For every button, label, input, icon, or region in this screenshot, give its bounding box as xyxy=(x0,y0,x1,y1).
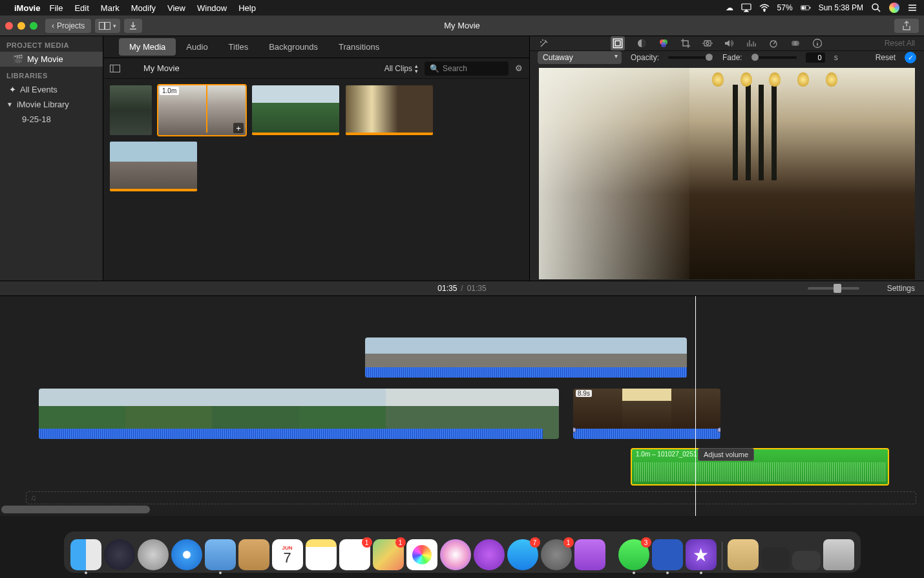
color-correction-icon[interactable] xyxy=(658,38,669,48)
downloads-icon[interactable] xyxy=(728,539,759,570)
menubar-clock[interactable]: Sun 5:38 PM xyxy=(819,3,863,12)
siri-icon[interactable] xyxy=(889,3,899,13)
add-to-timeline-icon[interactable]: + xyxy=(233,123,244,133)
dock-folder[interactable] xyxy=(792,551,821,570)
sidebar-event[interactable]: 9-25-18 xyxy=(0,112,103,127)
overlay-controls: Cutaway Opacity: Fade: 0 s Reset ✓ xyxy=(530,51,924,64)
clips-filter-dropdown[interactable]: All Clips ▴▾ xyxy=(384,63,418,74)
media-clip[interactable] xyxy=(110,85,152,135)
safari-icon[interactable] xyxy=(171,539,202,570)
close-button[interactable] xyxy=(5,22,13,30)
zoom-slider[interactable] xyxy=(808,287,859,290)
speed-icon[interactable] xyxy=(768,38,779,48)
minimize-button[interactable] xyxy=(17,22,25,30)
sidebar-project-label: My Movie xyxy=(27,54,63,64)
appstore-icon[interactable]: 7 xyxy=(507,539,538,570)
menu-help[interactable]: Help xyxy=(238,3,256,13)
reset-all-button[interactable]: Reset All xyxy=(885,39,915,48)
tab-titles[interactable]: Titles xyxy=(218,38,259,56)
contacts-icon[interactable] xyxy=(238,539,269,570)
search-field[interactable]: 🔍 Search xyxy=(425,61,509,76)
menu-edit[interactable]: Edit xyxy=(74,3,89,13)
sidebar-toggle-icon[interactable] xyxy=(110,65,120,72)
audio-clip[interactable]: 1.0m – 101027_0251 xyxy=(631,448,889,486)
tab-audio[interactable]: Audio xyxy=(176,38,218,56)
auto-enhance-icon[interactable] xyxy=(539,38,549,48)
projects-back-button[interactable]: ‹ Projects xyxy=(45,19,91,33)
podcasts-icon[interactable] xyxy=(474,539,505,570)
zoom-button[interactable] xyxy=(30,22,37,30)
disclosure-triangle-icon[interactable]: ▼ xyxy=(6,101,13,108)
messages-icon[interactable]: 3 xyxy=(618,539,649,570)
battery-icon[interactable] xyxy=(801,3,811,13)
color-balance-icon[interactable] xyxy=(636,38,647,48)
tab-my-media[interactable]: My Media xyxy=(119,38,176,56)
info-icon[interactable] xyxy=(812,38,823,48)
fade-value[interactable]: 0 xyxy=(806,52,825,63)
timeline-clip[interactable] xyxy=(39,389,559,439)
opacity-slider[interactable] xyxy=(668,56,713,59)
imovie-app-icon[interactable]: ★ xyxy=(686,539,717,570)
spotlight-icon[interactable] xyxy=(871,3,881,13)
launchpad-icon[interactable] xyxy=(138,539,169,570)
overlay-mode-select[interactable]: Cutaway xyxy=(538,51,622,64)
fade-unit: s xyxy=(834,53,838,62)
noise-reduction-icon[interactable] xyxy=(746,39,757,48)
volume-icon[interactable] xyxy=(724,39,735,48)
menu-view[interactable]: View xyxy=(167,3,185,13)
tab-backgrounds[interactable]: Backgrounds xyxy=(258,38,328,56)
photos-icon[interactable] xyxy=(406,539,437,570)
notification-center-icon[interactable] xyxy=(907,3,918,13)
dock-folder[interactable] xyxy=(761,547,790,570)
stabilization-icon[interactable] xyxy=(702,39,713,47)
overlay-settings-icon[interactable] xyxy=(611,36,625,50)
siri-icon[interactable] xyxy=(104,539,135,570)
timeline-clip[interactable]: 8.9s xyxy=(573,389,720,439)
playhead[interactable] xyxy=(695,296,696,516)
sidebar-library[interactable]: ▼ iMovie Library xyxy=(0,97,103,112)
layout-toggle-button[interactable]: ▾ xyxy=(95,19,120,33)
timeline-clip[interactable] xyxy=(365,337,687,378)
horizontal-scrollbar[interactable] xyxy=(1,506,150,513)
trash-icon[interactable] xyxy=(823,539,854,570)
timecode-current: 01:35 xyxy=(437,284,457,293)
menu-modify[interactable]: Modify xyxy=(131,3,156,13)
media-clip[interactable] xyxy=(252,85,339,135)
menu-window[interactable]: Window xyxy=(197,3,227,13)
share-button[interactable] xyxy=(894,19,919,33)
svg-rect-3 xyxy=(810,7,810,9)
fade-slider[interactable] xyxy=(751,56,797,59)
media-clip[interactable] xyxy=(346,85,433,135)
media-clip[interactable]: 1.0m + xyxy=(158,85,246,135)
wifi-icon[interactable] xyxy=(759,3,770,13)
word-icon[interactable] xyxy=(652,539,683,570)
browser-settings-icon[interactable]: ⚙ xyxy=(515,63,523,73)
feedback-assistant-icon[interactable] xyxy=(574,539,605,570)
apply-checkmark-icon[interactable]: ✓ xyxy=(905,52,916,63)
import-button[interactable] xyxy=(124,19,142,33)
timeline-settings-button[interactable]: Settings xyxy=(887,284,915,293)
preview-frame[interactable] xyxy=(539,68,915,279)
maps-icon[interactable]: 1 xyxy=(373,539,404,570)
system-preferences-icon[interactable]: 1 xyxy=(541,539,572,570)
menu-file[interactable]: File xyxy=(49,3,63,13)
menu-mark[interactable]: Mark xyxy=(101,3,120,13)
tab-transitions[interactable]: Transitions xyxy=(328,38,390,56)
itunes-icon[interactable] xyxy=(440,539,471,570)
media-clip[interactable] xyxy=(110,142,197,191)
cloud-sync-icon[interactable]: ☁ xyxy=(726,3,733,12)
finder-icon[interactable] xyxy=(70,539,101,570)
timeline[interactable]: 8.9s 1.0m – 101027_0251 Adjust volume ♫ xyxy=(0,296,924,516)
mail-icon[interactable] xyxy=(205,539,236,570)
sidebar-all-events[interactable]: ✦ All Events xyxy=(0,82,103,97)
sidebar-project[interactable]: 🎬 My Movie xyxy=(0,52,103,67)
reset-button[interactable]: Reset xyxy=(876,53,896,62)
reminders-icon[interactable]: 1 xyxy=(339,539,370,570)
notes-icon[interactable] xyxy=(306,539,337,570)
app-menu[interactable]: iMovie xyxy=(14,3,40,13)
clip-filter-icon[interactable] xyxy=(790,38,801,48)
crop-icon[interactable] xyxy=(680,38,691,48)
calendar-icon[interactable]: JUN7 xyxy=(272,539,303,570)
airplay-icon[interactable] xyxy=(741,3,751,13)
background-music-well[interactable]: ♫ xyxy=(26,491,916,504)
